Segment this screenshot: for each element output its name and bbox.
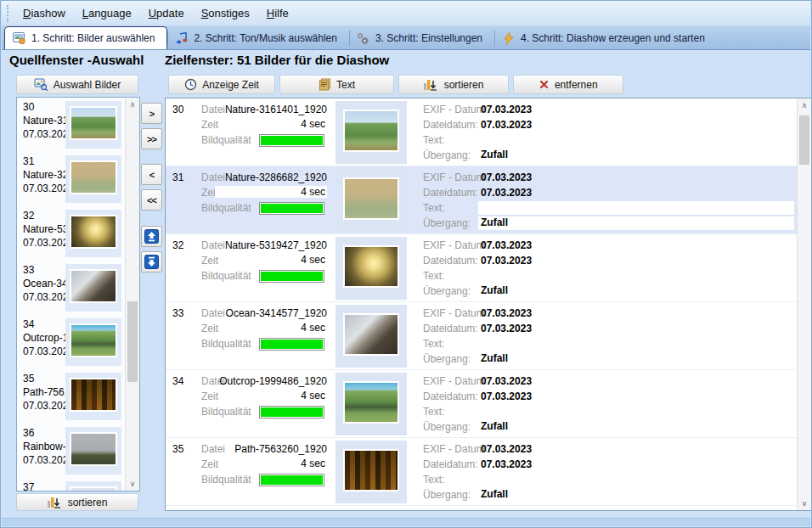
target-list-row[interactable]: 34 Datei Zeit Bildqualität Outcrop-19994… xyxy=(166,370,797,438)
menu-item-language[interactable]: Language xyxy=(74,3,140,23)
transition-field[interactable]: Zufall xyxy=(478,216,794,230)
exif-date-value: 07.03.2023 xyxy=(481,375,532,387)
exif-date-label: EXIF - Datum: xyxy=(423,239,488,251)
text-field[interactable] xyxy=(478,133,794,147)
photo-thumbnail-image xyxy=(343,449,399,491)
source-list-item[interactable]: 33 Ocean-34... 07.03.2023 xyxy=(17,261,125,315)
tab-step3-settings[interactable]: 3. Schritt: Einstellungen xyxy=(349,27,494,49)
source-item-thumbnail xyxy=(65,427,121,475)
transition-field[interactable]: Zufall xyxy=(478,420,794,434)
row-thumbnail xyxy=(336,373,407,435)
transition-field[interactable]: Zufall xyxy=(478,149,794,162)
source-list-item[interactable]: 37 xyxy=(17,478,125,491)
source-item-thumbnail xyxy=(65,264,121,312)
transition-field[interactable]: Zufall xyxy=(478,352,794,366)
display-time-button[interactable]: Anzeige Zeit xyxy=(168,75,275,94)
menu-item-hilfe[interactable]: Hilfe xyxy=(258,3,297,23)
move-up-button[interactable] xyxy=(141,226,162,247)
move-left-button[interactable]: < xyxy=(141,164,162,185)
target-list-row[interactable]: 30 Datei Zeit Bildqualität Nature-316140… xyxy=(166,98,797,166)
scrollbar-thumb[interactable] xyxy=(799,115,809,165)
target-list-scrollbar[interactable]: ∧ ∨ xyxy=(797,98,811,510)
scroll-up-icon[interactable]: ∧ xyxy=(126,98,139,111)
quality-bar-fill xyxy=(261,272,323,281)
display-time-field[interactable]: 4 sec xyxy=(215,186,327,198)
text-field[interactable] xyxy=(478,405,794,418)
sort-button-source[interactable]: sortieren xyxy=(16,493,138,511)
source-item-thumbnail xyxy=(65,101,121,149)
scroll-down-icon[interactable]: ∨ xyxy=(798,497,811,510)
arrow-down-icon xyxy=(144,255,159,269)
move-right-button[interactable]: > xyxy=(141,103,162,124)
tab-step2-select-music[interactable]: 2. Schritt: Ton/Musik auswählen xyxy=(167,27,349,49)
transition-label: Übergang: xyxy=(423,217,471,229)
source-list-item[interactable]: 35 Path-756... 07.03.2023 xyxy=(17,369,125,424)
transition-label: Übergang: xyxy=(423,489,471,501)
photo-thumbnail-image xyxy=(343,110,399,152)
move-all-left-button[interactable]: << xyxy=(141,189,162,211)
scroll-up-icon[interactable]: ∧ xyxy=(798,98,811,112)
file-name-value: Nature-5319427_1920 xyxy=(215,239,327,251)
file-date-value: 07.03.2023 xyxy=(481,458,532,470)
image-quality-bar xyxy=(259,270,324,283)
photo-thumbnail-image xyxy=(70,160,117,194)
file-date-label: Dateidatum: xyxy=(423,255,478,267)
remove-button[interactable]: ✕ entfernen xyxy=(513,75,623,94)
source-list-item[interactable]: 34 Outcrop-1... 07.03.2023 xyxy=(17,315,125,369)
text-field[interactable] xyxy=(478,473,794,486)
menu-item-diashow[interactable]: Diashow xyxy=(14,3,74,23)
source-item-thumbnail xyxy=(65,155,121,203)
display-time-field[interactable]: 4 sec xyxy=(215,458,327,469)
row-number: 35 xyxy=(172,443,183,455)
lightning-icon xyxy=(501,32,516,45)
tab-step1-select-images[interactable]: 1. Schritt: Bilder auswählen xyxy=(4,26,167,49)
menu-item-sonstiges[interactable]: Sonstiges xyxy=(193,3,258,23)
display-time-field[interactable]: 4 sec xyxy=(215,322,327,334)
row-number: 34 xyxy=(172,375,183,387)
arrow-up-icon xyxy=(144,229,159,244)
source-list-item[interactable]: 31 Nature-32... 07.03.2023 xyxy=(17,152,125,206)
menu-item-update[interactable]: Update xyxy=(140,3,193,23)
target-list-row[interactable]: 33 Datei Zeit Bildqualität Ocean-3414577… xyxy=(166,302,797,370)
text-button[interactable]: Text xyxy=(279,75,394,94)
tab-step4-create-start[interactable]: 4. Schritt: Diashow erzeugen und starten xyxy=(494,27,717,49)
photo-thumbnail-image xyxy=(343,177,399,220)
file-name-value: Ocean-3414577_1920 xyxy=(215,307,327,319)
display-time-field[interactable]: 4 sec xyxy=(215,118,327,130)
source-list-item[interactable]: 30 Nature-31... 07.03.2023 xyxy=(17,98,125,152)
display-time-field[interactable]: 4 sec xyxy=(215,390,327,402)
select-images-button[interactable]: Auswahl Bilder xyxy=(16,75,138,94)
row-number: 33 xyxy=(172,307,183,319)
row-thumbnail xyxy=(336,441,407,503)
source-item-thumbnail xyxy=(65,210,121,257)
move-all-right-button[interactable]: >> xyxy=(141,128,162,149)
source-list-scrollbar[interactable]: ∧ ∨ xyxy=(125,98,139,491)
quality-label: Bildqualität xyxy=(201,270,251,282)
text-field[interactable] xyxy=(478,201,794,215)
source-panel-title: Quellfenster -Auswahl xyxy=(9,53,144,67)
text-label: Text: xyxy=(423,134,444,146)
text-label: Text: xyxy=(423,338,444,350)
source-list-item[interactable]: 32 Nature-53... 07.03.2023 xyxy=(17,206,125,261)
display-time-field[interactable]: 4 sec xyxy=(215,254,327,266)
text-field[interactable] xyxy=(478,269,794,283)
text-field[interactable] xyxy=(478,337,794,351)
target-list-row[interactable]: 32 Datei Zeit Bildqualität Nature-531942… xyxy=(166,234,797,302)
sort-button-label: sortieren xyxy=(444,79,484,91)
source-list-item[interactable]: 36 Rainbow-... 07.03.2023 xyxy=(17,424,125,478)
image-icon xyxy=(12,32,26,45)
scrollbar-thumb[interactable] xyxy=(127,301,138,382)
move-down-button[interactable] xyxy=(141,251,162,272)
file-date-label: Dateidatum: xyxy=(423,119,478,131)
scroll-down-icon[interactable]: ∨ xyxy=(126,477,139,491)
text-document-icon xyxy=(319,78,331,91)
exif-date-label: EXIF - Datum: xyxy=(423,307,488,319)
exif-date-value: 07.03.2023 xyxy=(481,307,532,319)
target-list-row[interactable]: 35 Datei Zeit Bildqualität Path-7563260_… xyxy=(166,438,797,506)
sort-bars-icon xyxy=(48,497,63,508)
target-list-row[interactable]: 31 Datei Zeit Bildqualität Nature-328668… xyxy=(166,166,797,234)
transition-field[interactable]: Zufall xyxy=(478,488,794,502)
sort-button-target[interactable]: sortieren xyxy=(398,75,509,94)
remove-x-icon: ✕ xyxy=(539,78,550,91)
transition-field[interactable]: Zufall xyxy=(478,284,794,298)
